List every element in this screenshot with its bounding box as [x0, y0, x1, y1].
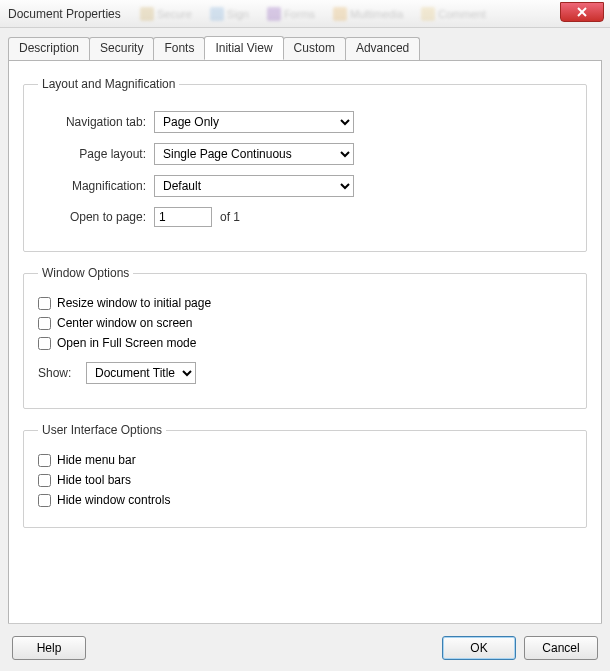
- tab-initial-view[interactable]: Initial View: [204, 36, 283, 60]
- group-legend-layout: Layout and Magnification: [38, 77, 179, 91]
- label-hide-toolbars: Hide tool bars: [57, 473, 131, 487]
- tab-strip: Description Security Fonts Initial View …: [8, 36, 602, 60]
- combo-show[interactable]: Document Title: [86, 362, 196, 384]
- label-navigation-tab: Navigation tab:: [38, 115, 146, 129]
- group-layout-magnification: Layout and Magnification Navigation tab:…: [23, 77, 587, 252]
- tab-security[interactable]: Security: [89, 37, 154, 61]
- checkbox-resize-window[interactable]: [38, 297, 51, 310]
- dialog-button-bar: Help OK Cancel: [8, 623, 602, 663]
- tab-panel: Layout and Magnification Navigation tab:…: [8, 60, 602, 632]
- help-button[interactable]: Help: [12, 636, 86, 660]
- label-page-count: of 1: [220, 210, 240, 224]
- tab-advanced[interactable]: Advanced: [345, 37, 420, 61]
- checkbox-fullscreen[interactable]: [38, 337, 51, 350]
- group-window-options: Window Options Resize window to initial …: [23, 266, 587, 409]
- group-legend-window: Window Options: [38, 266, 133, 280]
- label-resize-window: Resize window to initial page: [57, 296, 211, 310]
- combo-magnification[interactable]: Default: [154, 175, 354, 197]
- label-fullscreen: Open in Full Screen mode: [57, 336, 196, 350]
- tab-custom[interactable]: Custom: [283, 37, 346, 61]
- label-center-window: Center window on screen: [57, 316, 192, 330]
- combo-navigation-tab[interactable]: Page Only: [154, 111, 354, 133]
- label-show: Show:: [38, 366, 78, 380]
- checkbox-hide-toolbars[interactable]: [38, 474, 51, 487]
- input-open-to-page[interactable]: [154, 207, 212, 227]
- group-ui-options: User Interface Options Hide menu bar Hid…: [23, 423, 587, 528]
- checkbox-center-window[interactable]: [38, 317, 51, 330]
- window-title: Document Properties: [8, 7, 121, 21]
- cancel-button[interactable]: Cancel: [524, 636, 598, 660]
- title-bar: Document Properties Secure Sign Forms Mu…: [0, 0, 610, 28]
- ok-button[interactable]: OK: [442, 636, 516, 660]
- label-page-layout: Page layout:: [38, 147, 146, 161]
- checkbox-hide-window-controls[interactable]: [38, 494, 51, 507]
- background-blur: Secure Sign Forms Multimedia Comment: [140, 4, 486, 24]
- label-magnification: Magnification:: [38, 179, 146, 193]
- close-button[interactable]: [560, 2, 604, 22]
- tab-fonts[interactable]: Fonts: [153, 37, 205, 61]
- label-hide-window-controls: Hide window controls: [57, 493, 170, 507]
- combo-page-layout[interactable]: Single Page Continuous: [154, 143, 354, 165]
- label-hide-menu: Hide menu bar: [57, 453, 136, 467]
- tab-description[interactable]: Description: [8, 37, 90, 61]
- checkbox-hide-menu[interactable]: [38, 454, 51, 467]
- group-legend-ui: User Interface Options: [38, 423, 166, 437]
- label-open-to-page: Open to page:: [38, 210, 146, 224]
